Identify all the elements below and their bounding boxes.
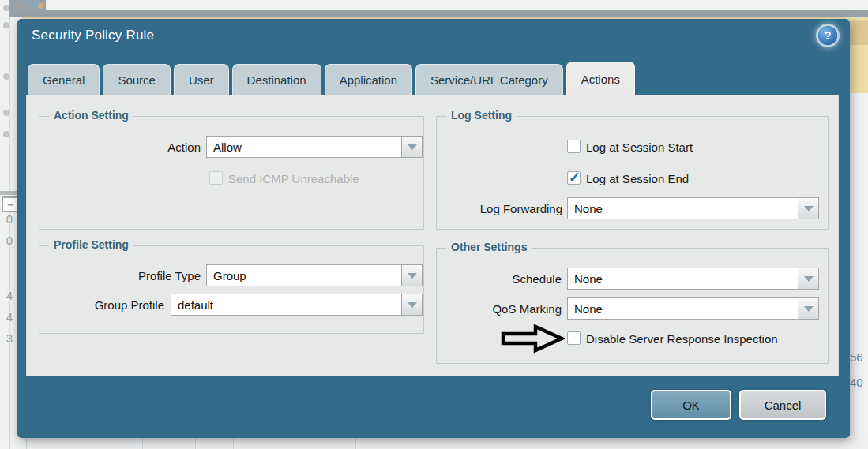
bullet-icon	[3, 131, 9, 137]
chevron-down-icon	[804, 306, 814, 312]
help-icon[interactable]: ?	[818, 26, 837, 45]
profile-setting-group: Profile Setting	[39, 245, 424, 334]
chevron-down-icon	[408, 302, 417, 308]
security-policy-rule-dialog: Security Policy Rule ? General Source Us…	[17, 19, 850, 438]
group-legend: Action Setting	[49, 109, 133, 122]
profile-type-dropdown[interactable]: Group	[206, 264, 423, 286]
group-profile-label: Group Profile	[38, 298, 164, 312]
row-number: 3	[0, 331, 19, 345]
tab-destination[interactable]: Destination	[232, 64, 321, 95]
tab-actions[interactable]: Actions	[566, 62, 635, 95]
tab-application[interactable]: Application	[325, 64, 412, 95]
disable-server-response-inspection-checkbox[interactable]	[567, 331, 581, 345]
dialog-title: Security Policy Rule	[32, 28, 154, 43]
background-gray-bar	[9, 10, 868, 17]
send-icmp-unreachable-checkbox	[209, 171, 223, 185]
schedule-dropdown-value: None	[568, 268, 798, 289]
background-table-row	[22, 438, 868, 449]
bullet-icon	[3, 110, 9, 116]
chevron-down-icon	[408, 273, 417, 279]
cursor-icon	[24, 0, 46, 9]
dropdown-button[interactable]	[798, 268, 818, 289]
annotation-arrow-icon	[500, 324, 565, 354]
schedule-label: Schedule	[451, 272, 562, 286]
table-column-line	[195, 438, 196, 449]
chevron-down-icon	[804, 206, 814, 211]
group-legend: Other Settings	[446, 241, 532, 253]
qos-marking-label: QoS Marking	[451, 302, 562, 316]
log-forwarding-dropdown[interactable]: None	[567, 197, 819, 219]
table-column-line	[142, 438, 143, 449]
check-icon: ✓	[569, 169, 581, 186]
background-toolbar	[9, 0, 46, 10]
dialog-tab-bar: General Source User Destination Applicat…	[28, 62, 635, 95]
dropdown-button[interactable]	[401, 265, 422, 286]
bullet-icon	[3, 5, 9, 11]
row-number: 4	[0, 310, 19, 324]
row-number: 0	[0, 234, 19, 247]
collapse-minus-button[interactable]: −	[2, 196, 19, 212]
dropdown-button[interactable]	[798, 198, 818, 219]
background-tan-band-dark	[850, 20, 868, 45]
action-dropdown-value: Allow	[207, 137, 401, 157]
table-column-line	[233, 438, 234, 449]
schedule-dropdown[interactable]: None	[567, 268, 819, 290]
log-at-session-start-checkbox[interactable]	[567, 140, 581, 153]
table-column-line	[26, 438, 27, 449]
profile-type-dropdown-value: Group	[207, 265, 401, 286]
group-legend: Profile Setting	[49, 238, 133, 251]
send-icmp-unreachable-label: Send ICMP Unreachable	[228, 172, 359, 185]
bullet-icon	[3, 73, 9, 80]
tab-source[interactable]: Source	[103, 64, 171, 95]
group-profile-dropdown-value: default	[171, 294, 401, 315]
port-number: 56	[850, 350, 867, 364]
log-forwarding-label: Log Forwarding	[452, 202, 562, 215]
group-profile-dropdown[interactable]: default	[171, 294, 423, 316]
ok-button[interactable]: OK	[651, 390, 731, 420]
dropdown-button[interactable]	[401, 294, 422, 315]
chevron-down-icon	[804, 276, 814, 282]
log-at-session-end-checkbox[interactable]: ✓	[567, 171, 581, 185]
dropdown-button[interactable]	[401, 137, 422, 157]
row-number: 0	[0, 212, 19, 226]
row-number: 4	[0, 289, 19, 302]
dropdown-button[interactable]	[798, 298, 818, 319]
background-tan-band-light	[850, 45, 868, 93]
background-strip	[46, 0, 868, 10]
log-at-session-end-label: Log at Session End	[586, 172, 689, 185]
minus-icon: −	[7, 200, 13, 210]
tab-general[interactable]: General	[28, 64, 100, 95]
tab-user[interactable]: User	[174, 64, 229, 95]
group-legend: Log Setting	[446, 109, 517, 122]
table-column-line	[355, 438, 356, 449]
chevron-down-icon	[408, 144, 417, 150]
action-dropdown[interactable]: Allow	[206, 136, 423, 158]
qos-marking-dropdown-value: None	[568, 298, 798, 319]
action-label: Action	[74, 140, 201, 154]
cancel-button[interactable]: Cancel	[739, 390, 826, 420]
log-at-session-start-label: Log at Session Start	[586, 140, 693, 154]
tab-service-url-category[interactable]: Service/URL Category	[415, 64, 563, 95]
qos-marking-dropdown[interactable]: None	[567, 297, 819, 320]
profile-type-label: Profile Type	[74, 269, 201, 282]
actions-tab-panel: Action Setting Log Setting Profile Setti…	[26, 95, 839, 376]
disable-server-response-inspection-label: Disable Server Response Inspection	[586, 332, 778, 346]
log-forwarding-dropdown-value: None	[568, 198, 798, 219]
bullet-icon	[3, 22, 9, 28]
port-number: 40	[850, 376, 867, 389]
